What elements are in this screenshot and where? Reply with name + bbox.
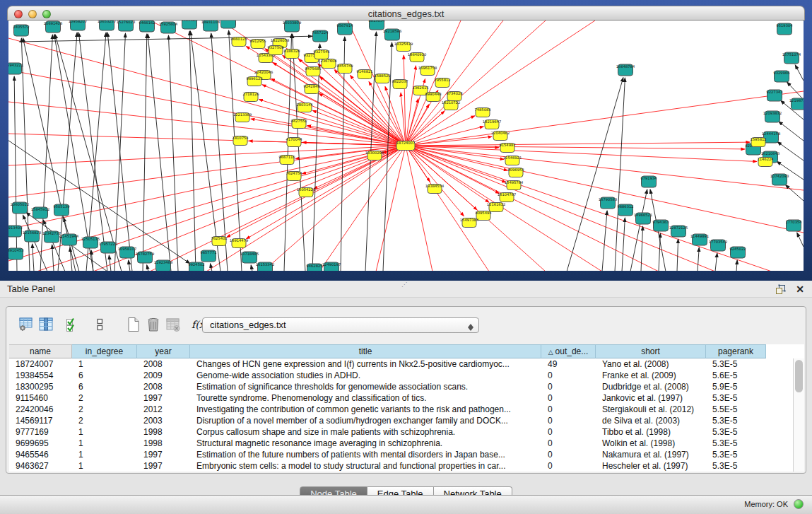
cell-in_degree[interactable]: 2 (72, 404, 137, 415)
cell-pagerank[interactable]: 5.3E-5 (706, 415, 766, 426)
graph-node[interactable]: 15845912 (31, 207, 49, 219)
graph-node[interactable]: 2367608 (320, 59, 336, 69)
cell-year[interactable]: 1997 (137, 449, 190, 460)
cell-year[interactable]: 2009 (137, 370, 190, 381)
cell-pagerank[interactable]: 5.3E-5 (706, 426, 766, 438)
cell-out_degree[interactable]: 0 (541, 381, 596, 392)
cell-pagerank[interactable]: 5.3E-5 (706, 358, 766, 370)
graph-node[interactable]: 7955812 (434, 78, 450, 88)
graph-node[interactable]: 8096953 (507, 168, 524, 177)
cell-title[interactable]: Estimation of significance thresholds fo… (190, 381, 541, 392)
graph-node[interactable]: 12505135 (81, 237, 100, 249)
network-canvas[interactable]: 2405572206914061095820710653257152760236… (8, 21, 804, 271)
graph-node[interactable]: 8454749 (336, 64, 353, 74)
citation-edge-red[interactable] (406, 91, 804, 146)
graph-node[interactable]: 12954035 (219, 21, 237, 28)
citation-edge-red[interactable] (271, 78, 406, 146)
citation-edge-black[interactable] (147, 265, 148, 271)
create-column-button[interactable] (124, 315, 143, 334)
cell-year[interactable]: 2012 (137, 404, 190, 415)
graph-node[interactable]: 16054224 (297, 187, 316, 197)
citation-edge-red[interactable] (8, 38, 406, 146)
graph-node-hub[interactable]: 18724007 (396, 141, 415, 151)
graph-node[interactable]: 9924502 (188, 262, 204, 271)
cell-title[interactable]: Estimation of the future numbers of pati… (190, 449, 541, 460)
graph-node[interactable]: 7624754 (286, 171, 302, 181)
cell-short[interactable]: Tibbo et al. (1998) (596, 426, 706, 438)
cell-short[interactable]: Stergiakouli et al. (2012) (596, 404, 706, 415)
cell-short[interactable]: Jankovic et al. (1997) (596, 392, 706, 404)
graph-node[interactable]: 10742093 (770, 174, 789, 186)
cell-title[interactable]: Disruption of a novel member of a sodium… (190, 415, 541, 426)
graph-node[interactable]: 1146224 (757, 157, 774, 167)
graph-node[interactable]: 14966521 (634, 213, 652, 225)
graph-node[interactable]: 6791934 (640, 176, 657, 188)
cell-in_degree[interactable]: 6 (72, 381, 137, 392)
citation-edge-red[interactable] (406, 127, 483, 146)
graph-node[interactable]: 11449891 (690, 234, 709, 246)
cell-name[interactable]: 9463627 (9, 460, 72, 472)
citation-edge-red[interactable] (406, 146, 433, 271)
graph-node[interactable]: 12156823 (23, 230, 41, 243)
graph-node[interactable]: 9327546 (313, 49, 329, 59)
cell-short[interactable]: Nakamura et al. (1997) (596, 449, 706, 460)
cell-name[interactable]: 19384554 (9, 370, 72, 381)
graph-node[interactable]: 16790583 (599, 197, 617, 209)
graph-node[interactable]: 15497384 (460, 218, 479, 228)
cell-out_degree[interactable]: 0 (541, 370, 596, 381)
cell-name[interactable]: 18300295 (9, 381, 72, 392)
citation-edge-red[interactable] (376, 146, 406, 271)
table-row[interactable]: 1830029562008Estimation of significance … (9, 381, 793, 392)
cell-name[interactable]: 9465546 (9, 449, 72, 460)
citation-edge-red[interactable] (150, 146, 406, 271)
citation-edge-black[interactable] (293, 34, 305, 271)
citation-edge-red[interactable] (8, 146, 406, 229)
citation-edge-black[interactable] (14, 76, 17, 271)
graph-node[interactable]: 8990448 (425, 92, 441, 102)
graph-node[interactable]: 9329966 (773, 71, 789, 83)
graph-node[interactable]: 10958107 (118, 247, 136, 259)
cell-short[interactable]: Franke et al. (2009) (596, 370, 706, 381)
table-row[interactable]: 969969511998Structural magnetic resonanc… (9, 438, 793, 449)
graph-node[interactable]: 8475685 (305, 66, 321, 76)
graph-node[interactable]: 15925604 (159, 22, 178, 34)
cell-pagerank[interactable]: 5.3E-5 (706, 392, 766, 404)
citation-edge-black[interactable] (168, 35, 178, 271)
graph-node[interactable]: 11546921 (503, 156, 522, 165)
graph-node[interactable]: 25943221 (8, 63, 23, 75)
graph-node[interactable]: 17957223 (99, 242, 117, 254)
graph-node[interactable]: 1595812 (750, 137, 766, 147)
column-header-short[interactable]: short (596, 344, 706, 358)
graph-node[interactable]: 16153342 (256, 262, 274, 271)
graph-node[interactable]: 16914479 (230, 238, 248, 248)
cell-in_degree[interactable]: 1 (72, 438, 137, 449)
cell-short[interactable]: Dudbridge et al. (2008) (596, 381, 706, 392)
graph-node[interactable]: 20691406 (44, 21, 62, 33)
citation-edge-black[interactable] (251, 265, 252, 271)
cell-name[interactable]: 9777169 (9, 426, 72, 438)
graph-node[interactable]: 18300295 (365, 151, 384, 160)
graph-node[interactable]: 20605012 (11, 202, 29, 214)
citation-edge-red[interactable] (406, 146, 499, 194)
graph-node[interactable]: 9327508 (267, 45, 283, 55)
citation-edge-black[interactable] (797, 233, 804, 247)
graph-node[interactable]: 9667110 (278, 155, 295, 165)
cell-title[interactable]: Embryonic stem cells: a model to study s… (190, 460, 541, 472)
graph-node[interactable]: 9519304 (776, 23, 793, 35)
divider-grip[interactable]: ⋰ (401, 283, 408, 287)
graph-node[interactable]: 10958207 (69, 21, 87, 30)
citation-edge-red[interactable] (406, 146, 757, 161)
graph-node[interactable]: 9505139 (53, 204, 69, 216)
table-row[interactable]: 1872400712008Changes of HCN gene express… (9, 358, 793, 370)
close-panel-button[interactable]: ✕ (794, 283, 806, 296)
graph-node[interactable]: 12213389 (233, 112, 252, 122)
graph-node[interactable]: 15276023 (117, 21, 135, 31)
citation-edge-black[interactable] (785, 185, 804, 201)
cell-short[interactable]: Hescheler et al. (1997) (596, 460, 706, 472)
column-header-name[interactable]: name (9, 344, 72, 358)
graph-node[interactable]: 3913403 (8, 226, 23, 238)
table-selector-dropdown[interactable]: citations_edges.txt (202, 317, 479, 333)
delete-table-button[interactable] (163, 315, 183, 334)
graph-node[interactable]: 16961758 (418, 66, 437, 76)
cell-out_degree[interactable]: 49 (541, 358, 596, 370)
